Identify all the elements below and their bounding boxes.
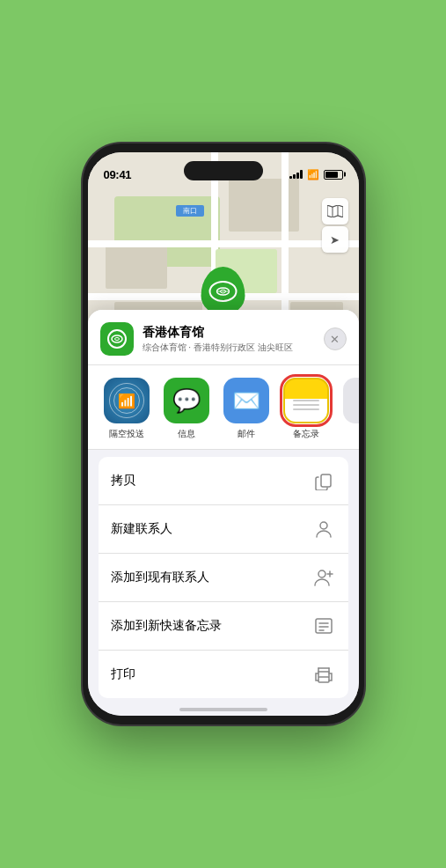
location-subtitle: 综合体育馆 · 香港特别行政区 油尖旺区 [143,342,324,354]
svg-point-4 [114,338,119,341]
map-controls: ➤ [322,198,348,253]
location-header: 香港体育馆 综合体育馆 · 香港特别行政区 油尖旺区 ✕ [88,310,359,365]
bottom-sheet: 香港体育馆 综合体育馆 · 香港特别行政区 油尖旺区 ✕ 📶 [88,310,359,716]
action-new-contact[interactable]: 新建联系人 [99,505,348,554]
notes-icon [283,378,329,423]
marker-icon [201,267,245,315]
dynamic-island [184,161,263,180]
action-add-notes[interactable]: 添加到新快速备忘录 [99,602,348,651]
svg-point-6 [320,522,327,529]
copy-icon [311,468,336,493]
mail-icon: ✉️ [223,378,269,423]
location-card-icon [100,322,134,356]
svg-rect-14 [318,677,329,682]
person-add-icon [311,565,336,590]
share-item-messages[interactable]: 💬 信息 [157,378,216,440]
share-row: 📶 隔空投送 💬 信息 ✉️ 邮件 [88,365,359,450]
signal-icon [289,170,303,179]
add-existing-label: 添加到现有联系人 [111,570,209,585]
close-button[interactable]: ✕ [324,327,347,350]
action-rows: 拷贝 新建联系人 [99,457,348,698]
battery-icon [324,170,343,180]
share-item-more[interactable]: 提 [336,378,359,440]
share-item-airdrop[interactable]: 📶 隔空投送 [97,378,157,440]
location-info: 香港体育馆 综合体育馆 · 香港特别行政区 油尖旺区 [143,325,324,354]
person-icon [311,517,336,541]
svg-point-7 [318,570,325,577]
print-icon [311,662,336,687]
location-button[interactable]: ➤ [322,226,348,253]
svg-point-3 [112,335,122,342]
notes-lines [293,400,319,410]
messages-icon: 💬 [164,378,209,423]
status-time: 09:41 [104,168,132,181]
action-copy[interactable]: 拷贝 [99,457,348,505]
airdrop-icon: 📶 [104,378,150,423]
airdrop-label: 隔空投送 [109,428,144,440]
quick-notes-icon [311,614,336,638]
share-item-notes[interactable]: 备忘录 [276,378,336,440]
print-label: 打印 [111,666,135,682]
share-item-mail[interactable]: ✉️ 邮件 [216,378,276,440]
phone-frame: 09:41 📶 [83,143,364,725]
home-indicator [179,708,267,711]
new-contact-label: 新建联系人 [111,521,172,537]
wifi-icon: 📶 [307,169,319,180]
add-notes-label: 添加到新快速备忘录 [111,618,222,634]
stadium-inner [209,281,238,302]
status-icons: 📶 [289,169,343,180]
more-icon [343,378,359,423]
notes-label: 备忘录 [293,428,319,440]
location-name: 香港体育馆 [143,325,324,341]
copy-label: 拷贝 [111,473,135,489]
phone-screen: 09:41 📶 [88,152,359,716]
map-toggle-button[interactable] [322,198,348,224]
mail-label: 邮件 [238,428,255,440]
action-print[interactable]: 打印 [99,651,348,698]
action-add-existing[interactable]: 添加到现有联系人 [99,554,348,602]
airdrop-rings: 📶 [118,393,135,409]
stadium-icon-inner [107,329,127,349]
messages-label: 信息 [178,428,195,440]
svg-rect-5 [321,474,331,487]
map-label: 南口 [176,205,204,217]
